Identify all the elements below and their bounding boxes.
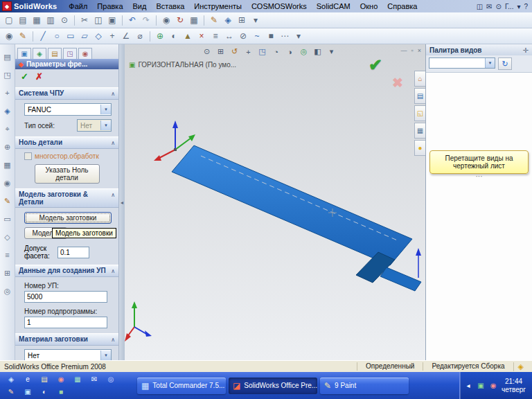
point-tool-icon[interactable]: + <box>106 30 118 42</box>
quicklaunch-icon-1[interactable]: ◈ <box>4 374 18 384</box>
window-split-icon[interactable]: ◫ <box>477 3 483 10</box>
featuremanager-tab[interactable]: ◈ <box>33 48 46 59</box>
fill-icon[interactable]: ■ <box>265 30 277 42</box>
toolbar-options-icon[interactable]: ▾ <box>292 30 305 42</box>
axis-type-select[interactable]: Нет ▼ <box>77 119 112 132</box>
quicklaunch-ie-icon[interactable]: e <box>21 374 35 384</box>
menu-insert[interactable]: Вставка <box>151 1 189 11</box>
help-icon[interactable]: ? <box>524 3 528 10</box>
more-tools-icon[interactable]: ⋯ <box>278 30 291 42</box>
design-library-tab[interactable]: ▤ <box>414 88 425 104</box>
chevron-down-icon[interactable]: ▾ <box>326 46 337 57</box>
menu-cosmosworks[interactable]: COSMOSWorks <box>247 1 312 11</box>
file-explorer-tab[interactable]: ◱ <box>414 105 425 121</box>
simulation-icon[interactable]: ◎ <box>2 285 13 296</box>
tray-status-icon-2[interactable]: ◉ <box>488 381 498 391</box>
solidworks-resources-tab[interactable]: ⌂ <box>414 71 425 87</box>
menu-edit[interactable]: Правка <box>92 1 127 11</box>
quicklaunch-explorer-icon[interactable]: ▤ <box>37 374 51 384</box>
pan-icon[interactable]: + <box>242 46 254 57</box>
quicklaunch-icon-5[interactable]: ✎ <box>4 387 18 397</box>
section-header-cnc[interactable]: Система ЧПУ ∧ <box>15 87 118 100</box>
menu-solidcam[interactable]: SolidCAM <box>312 1 355 11</box>
quicklaunch-icon-2[interactable]: ◉ <box>54 374 68 384</box>
mirror-icon[interactable]: ↔ <box>223 30 236 42</box>
stock-model-button[interactable]: Модель заготовки <box>24 212 112 224</box>
angle-dimension-icon[interactable]: ∠ <box>120 30 132 42</box>
diameter-dimension-icon[interactable]: ⌀ <box>134 30 146 42</box>
facet-tolerance-field[interactable] <box>57 247 89 258</box>
confirm-ok-button[interactable]: ✔ <box>369 55 382 75</box>
section-header-stock-model[interactable]: Модель заготовки & Детали ∧ <box>15 188 118 208</box>
rotate-component-icon[interactable]: ⊕ <box>2 141 13 152</box>
save-icon[interactable]: ▦ <box>30 14 43 26</box>
polygon-tool-icon[interactable]: ◇ <box>92 30 105 42</box>
sketch-tool-icon[interactable]: ✎ <box>17 30 29 42</box>
print-icon[interactable]: ▥ <box>44 14 57 26</box>
cut-icon[interactable]: ✂ <box>78 14 91 26</box>
feature-tree-icon[interactable]: ▤ <box>2 51 13 62</box>
quicklaunch-mail-icon[interactable]: ✉ <box>87 374 101 384</box>
minimize-icon[interactable]: — <box>401 47 407 54</box>
no-solve-icon[interactable]: ⊘ <box>237 30 249 42</box>
task-solidworks[interactable]: ◪ SolidWorks Office Pre... <box>229 378 317 394</box>
task-paint[interactable]: ✎ 9 Paint <box>320 378 409 394</box>
select-icon[interactable]: ◉ <box>160 14 172 26</box>
multi-side-checkbox[interactable] <box>24 152 32 160</box>
cancel-button[interactable]: ✗ <box>35 71 43 82</box>
pattern-icon[interactable]: ▦ <box>2 159 13 170</box>
grid-icon[interactable]: ⊞ <box>236 14 248 26</box>
collapse-tray-icon[interactable]: ◂ <box>463 381 473 391</box>
configurationmanager-tab[interactable]: ▤ <box>48 48 62 59</box>
relations-icon[interactable]: ⊕ <box>154 30 166 42</box>
rebuild-icon[interactable]: ↻ <box>174 14 186 26</box>
quicklaunch-icon-7[interactable]: ◐ <box>37 387 51 397</box>
separator[interactable] <box>150 31 150 42</box>
clock[interactable]: 21:44 четверг <box>502 378 526 394</box>
separator[interactable] <box>33 31 33 42</box>
sketch-icon[interactable]: ✎ <box>208 14 220 26</box>
section-header-part-zero[interactable]: Ноль детали ∧ <box>15 136 118 149</box>
set-part-zero-button[interactable]: Указать Ноль детали <box>35 164 100 184</box>
confirm-cancel-button[interactable]: ✖ <box>392 75 403 91</box>
section-header-program-data[interactable]: Данные для создания УП ∧ <box>15 265 118 277</box>
print-preview-icon[interactable]: ⊙ <box>58 14 71 26</box>
quicklaunch-icon-8[interactable]: ■ <box>54 387 68 397</box>
ok-button[interactable]: ✓ <box>21 71 28 82</box>
task-total-commander[interactable]: ▦ Total Commander 7.5... <box>137 378 226 394</box>
options-icon[interactable]: ▦ <box>188 14 200 26</box>
refresh-button[interactable]: ↻ <box>498 57 512 70</box>
separator[interactable] <box>156 15 157 26</box>
menu-window[interactable]: Окно <box>355 1 383 11</box>
undo-icon[interactable]: ↶ <box>126 14 139 26</box>
menu-tools[interactable]: Инструменты <box>189 1 247 11</box>
restore-icon[interactable]: ▫ <box>411 47 414 54</box>
cnc-controller-select[interactable]: FANUC ▼ <box>24 103 112 116</box>
edit-component-icon[interactable]: ✎ <box>2 195 13 206</box>
move-component-icon[interactable]: ⌖ <box>2 123 13 134</box>
separator[interactable] <box>204 15 204 26</box>
open-icon[interactable]: ▤ <box>17 14 29 26</box>
line-tool-icon[interactable]: ╱ <box>37 30 49 42</box>
propertymanager-tab[interactable]: ▣ <box>17 48 31 59</box>
menu-view[interactable]: Вид <box>128 1 152 11</box>
menu-help[interactable]: Справка <box>382 1 422 11</box>
separator[interactable] <box>122 15 123 26</box>
assembly-grid-icon[interactable]: ⊞ <box>2 267 13 278</box>
chevron-down-icon[interactable]: ▾ <box>517 3 520 10</box>
program-number-field[interactable] <box>24 291 107 303</box>
circle-tool-icon[interactable]: ○ <box>51 30 63 42</box>
section-header-stock-material[interactable]: Материал заготовки ∧ <box>15 333 118 346</box>
quicklaunch-icon-3[interactable]: ▦ <box>71 374 85 384</box>
doc-group-label[interactable]: Г... <box>505 3 514 10</box>
subprogram-number-field[interactable] <box>24 317 107 328</box>
mate-icon[interactable]: ◈ <box>2 105 13 116</box>
stock-material-select[interactable]: Нет ▼ <box>24 349 112 360</box>
menu-file[interactable]: Файл <box>64 1 92 11</box>
extrude-icon[interactable]: ▲ <box>181 30 194 42</box>
zoom-to-area-icon[interactable]: ⊞ <box>215 46 227 57</box>
graphics-viewport[interactable]: ⊙⊞↺+◳◔◑◎◧▾ —▫× ▣ ГОРИЗОНТАЛЬНАЯ (По умо.… <box>125 44 425 360</box>
toolbar-options-icon[interactable]: ▾ <box>249 14 262 26</box>
display-style-icon[interactable]: ◔ <box>270 46 282 57</box>
new-document-icon[interactable]: ▢ <box>3 14 15 26</box>
